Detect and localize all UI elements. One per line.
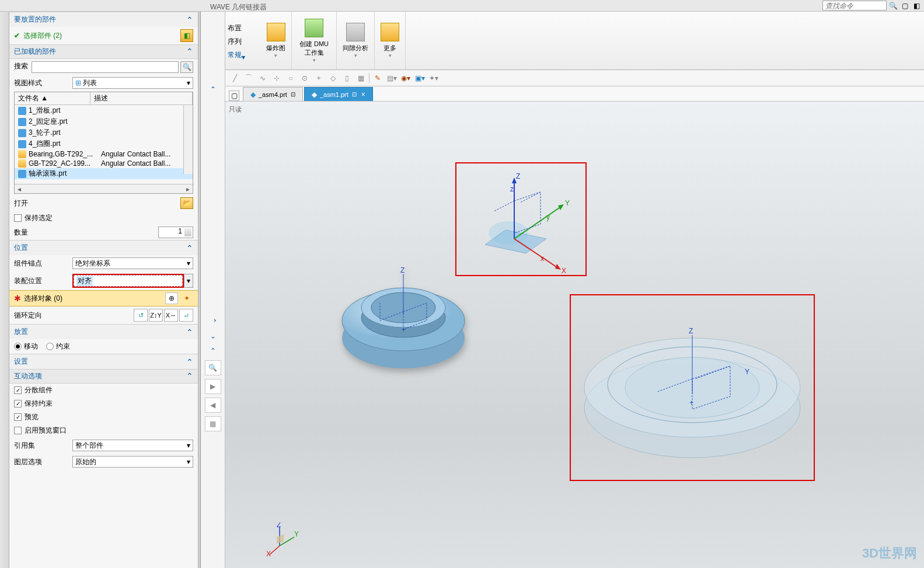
constrain-radio[interactable]: 约束 [46,342,70,351]
tab-_asm4.prt[interactable]: ◆_asm4.prt⊡ [243,87,303,101]
orient-reverse-button[interactable]: ⤾ [179,309,193,322]
svg-text:Y: Y [294,530,299,538]
left-rail [0,12,9,568]
orient-zy-button[interactable]: Z↕Y [149,309,163,322]
table-row[interactable]: 轴承滚珠.prt [15,168,193,179]
grid-button[interactable]: ▦ [205,416,221,431]
col-description[interactable]: 描述 [90,92,193,104]
chevron-icon[interactable]: ⌃ [210,85,216,93]
table-row[interactable]: 1_滑板.prt [15,105,193,116]
vscroll[interactable] [183,105,193,174]
ribbon-间隙分析[interactable]: 间隙分析▾ [337,12,375,69]
chevron-icon[interactable]: ⌃ [210,347,216,355]
view-style-select[interactable]: ⊞ 列表▾ [72,77,193,89]
collapse-icon[interactable]: ⌃ [186,371,193,381]
circle-tool-icon[interactable]: ○ [285,72,297,84]
nav-right-button[interactable]: ▶ [205,379,221,394]
ribbon-创建 DMU 工作集[interactable]: 创建 DMU 工作集▾ [292,12,337,69]
select-component-row[interactable]: ✔ 选择部件 (2) ◧ [14,29,193,42]
tab-list-icon[interactable]: ▢ [229,90,239,101]
nav-left-button[interactable]: ◀ [205,398,221,413]
cube-icon[interactable]: ▣▾ [414,72,426,84]
csys-icon[interactable]: ✦ [180,292,193,304]
svg-text:Z: Z [516,172,520,180]
table-row[interactable]: GB-T292_AC-199...Angular Contact Ball... [15,159,193,168]
ribbon: WAVE 几何链接器 布置 序列 常规 ▾ 爆炸图▾创建 DMU 工作集▾间隙分… [225,12,924,70]
view-triad: Z Y X [265,522,300,557]
point-tool-icon[interactable]: ⊹ [271,72,283,84]
layers-icon[interactable]: ▤▾ [386,72,398,84]
select-component-label: 选择部件 (2) [23,31,62,41]
keep-selected-checkbox[interactable] [14,214,22,222]
spline-tool-icon[interactable]: ∿ [257,72,269,84]
cycle-button[interactable]: ↺ [134,309,148,322]
part-search-input[interactable] [32,61,179,73]
chevron-right-icon[interactable]: ⌃ [209,318,217,323]
collapse-icon[interactable]: ⌃ [186,243,193,253]
position-header[interactable]: 位置 ⌃ [9,240,198,255]
collapse-icon[interactable]: ⌃ [186,47,193,57]
line-tool-icon[interactable]: ╱ [229,72,240,84]
arc-tool-icon[interactable]: ⌒ [243,72,254,84]
layer-select[interactable]: 原始的▾ [72,456,193,468]
file-table: 文件名 ▲ 描述 1_滑板.prt2_固定座.prt3_轮子.prt4_挡圈.p… [14,92,193,194]
collapse-icon[interactable]: ⌃ [186,327,193,337]
material-icon[interactable]: ◉▾ [400,72,412,84]
scatter-checkbox[interactable] [14,386,22,394]
select-object-row[interactable]: ✱ 选择对象 (0) ⊕ ✦ [9,290,198,306]
command-search-input[interactable] [822,1,887,11]
asm-position-select[interactable]: 对齐 [74,275,183,287]
ribbon-top-label: WAVE 几何链接器 [210,12,267,12]
poly-icon[interactable]: ◇ [327,72,339,84]
table-row[interactable]: Bearing,GB-T292_...Angular Contact Ball.… [15,149,193,159]
brush-icon[interactable]: ✎ [372,72,383,84]
svg-marker-18 [555,264,561,270]
table-row[interactable]: 4_挡圈.prt [15,138,193,149]
required-icon: ✱ [14,294,21,303]
svg-marker-14 [558,204,564,210]
svg-line-13 [514,207,561,239]
hscroll[interactable]: ◂▸ [15,184,193,193]
chevron-down-icon[interactable]: ⌃ [210,332,216,340]
refset-select[interactable]: 整个部件▾ [72,440,193,451]
tab-_asm1.prt[interactable]: ◆_asm1.prt⊡× [304,87,373,101]
enable-preview-checkbox[interactable] [14,427,22,434]
point-icon[interactable]: ⊙ [299,72,311,84]
preview-checkbox[interactable] [14,413,22,421]
check-icon: ✔ [14,32,20,40]
settings-header[interactable]: 设置 ⌃ [9,354,198,369]
watermark: 3D世界网 [862,545,917,562]
place-header[interactable]: 放置 ⌃ [9,324,198,339]
svg-text:z: z [510,185,514,193]
search-icon[interactable]: 🔍 [888,1,898,11]
open-folder-button[interactable]: 📂 [180,197,193,209]
svg-text:+: + [689,399,693,407]
ribbon-爆炸图[interactable]: 爆炸图▾ [260,12,292,69]
grid-icon[interactable]: ▦ [355,72,367,84]
pick-point-button[interactable]: ⊕ [165,292,178,304]
table-row[interactable]: 3_轮子.prt [15,127,193,138]
anchor-select[interactable]: 绝对坐标系▾ [72,257,193,269]
collapse-icon[interactable]: ⌃ [186,357,193,367]
collapse-icon[interactable]: ⌃ [186,15,193,25]
axis-icon[interactable]: ✦▾ [428,72,440,84]
panel-title: 要放置的部件 [14,15,56,25]
interact-header[interactable]: 互动选项 ⌃ [9,369,198,384]
orient-xy-button[interactable]: X↔ [164,309,178,322]
table-row[interactable]: 2_固定座.prt [15,116,193,127]
window-icon-1[interactable]: ▢ [899,1,910,11]
move-radio[interactable]: 移动 [14,342,38,351]
search-button[interactable]: 🔍 [180,61,193,73]
plus-tool-icon[interactable]: + [313,72,325,84]
loaded-parts-header[interactable]: 已加载的部件 ⌃ [9,44,198,59]
dropdown-arrow[interactable]: ▾ [184,274,193,288]
ribbon-更多[interactable]: 更多▾ [375,12,406,69]
col-filename[interactable]: 文件名 ▲ [15,92,90,104]
keep-constraint-checkbox[interactable] [14,400,22,407]
box-icon[interactable]: ▯ [341,72,353,84]
qty-spinner[interactable]: 1 [158,226,193,238]
zoom-tool-button[interactable]: 🔍 [205,360,221,375]
cube-icon[interactable]: ◧ [180,29,193,42]
window-icon-2[interactable]: ◧ [911,1,922,11]
graphics-canvas[interactable]: 只读 Z + [225,102,924,568]
